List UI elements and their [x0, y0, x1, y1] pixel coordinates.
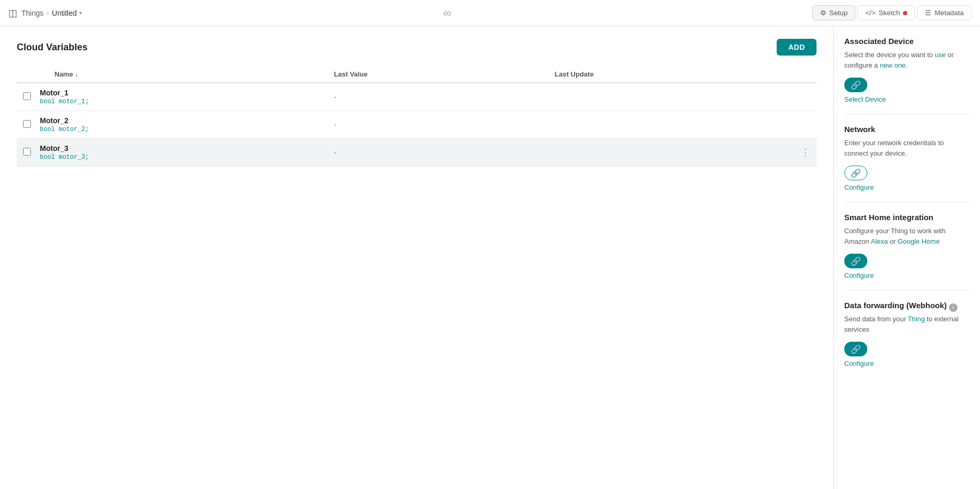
network-configure-button[interactable]: 🔗	[844, 166, 867, 180]
main-content: Cloud Variables ADD Name ↓ Last Value La…	[0, 26, 833, 489]
nav-left: ◫ Things › Untitled ▾	[8, 7, 82, 19]
sidebar-panel: Associated Device Select the device you …	[833, 26, 980, 489]
smart-home-configure-button[interactable]: 🔗	[844, 254, 867, 268]
row2-update	[549, 111, 795, 139]
add-variable-button[interactable]: ADD	[777, 39, 816, 56]
row2-var-code: bool motor_2;	[40, 126, 321, 133]
row2-actions	[794, 111, 816, 139]
row1-value: -	[328, 83, 548, 111]
associated-device-btn-group: 🔗 Select Device	[844, 78, 970, 103]
breadcrumb-current-label: Untitled	[52, 9, 77, 17]
data-forwarding-title: Data forwarding (Webhook)	[844, 301, 947, 310]
table-row: Motor_2 bool motor_2; -	[17, 111, 816, 139]
network-btn-group: 🔗 Configure	[844, 166, 970, 191]
tab-sketch-label: Sketch	[879, 9, 900, 17]
sidebar-toggle-icon[interactable]: ◫	[8, 7, 17, 19]
row1-var-name: Motor_1	[40, 89, 321, 97]
alexa-link[interactable]: Alexa	[871, 237, 888, 245]
data-forwarding-configure-label: Configure	[844, 360, 874, 367]
network-desc: Enter your network credentials to connec…	[844, 138, 970, 158]
network-title: Network	[844, 125, 970, 134]
data-forwarding-btn-group: 🔗 Configure	[844, 342, 970, 367]
tab-sketch[interactable]: </> Sketch	[857, 5, 915, 20]
col-name: Name ↓	[34, 66, 328, 83]
smart-home-section: Smart Home integration Configure your Th…	[844, 213, 970, 290]
network-configure-label: Configure	[844, 183, 874, 191]
select-device-label: Select Device	[844, 95, 886, 103]
code-icon: </>	[865, 9, 875, 17]
cloud-variables-header: Cloud Variables ADD	[17, 39, 816, 56]
select-device-link-button[interactable]: 🔗	[844, 78, 867, 92]
smart-home-title: Smart Home integration	[844, 213, 970, 222]
breadcrumb: Things › Untitled ▾	[21, 9, 82, 17]
network-section: Network Enter your network credentials t…	[844, 125, 970, 202]
associated-device-title: Associated Device	[844, 37, 970, 46]
row1-checkbox[interactable]	[23, 92, 31, 100]
table-row: Motor_1 bool motor_1; -	[17, 83, 816, 111]
breadcrumb-chevron: ›	[47, 9, 49, 17]
tab-metadata-label: Metadata	[934, 9, 964, 17]
infinity-logo: ∞	[443, 6, 451, 20]
breadcrumb-current: Untitled ▾	[52, 9, 81, 17]
google-home-link[interactable]: Google Home	[898, 237, 940, 245]
data-forwarding-title-row: Data forwarding (Webhook) i	[844, 301, 970, 314]
smart-home-desc: Configure your Thing to work with Amazon…	[844, 226, 970, 246]
row3-more-actions-icon[interactable]: ⋮	[801, 147, 810, 158]
col-checkbox	[17, 66, 34, 83]
variables-table: Name ↓ Last Value Last Update Motor_1 bo…	[17, 66, 816, 167]
cloud-variables-title: Cloud Variables	[17, 42, 88, 53]
tab-setup[interactable]: ⚙ Setup	[812, 5, 856, 20]
sketch-dot	[903, 11, 907, 15]
col-last-value: Last Value	[328, 66, 548, 83]
new-one-link[interactable]: new one	[880, 61, 906, 69]
row2-var-name: Motor_2	[40, 116, 321, 125]
row2-checkbox[interactable]	[23, 120, 31, 128]
row3-name-cell: Motor_3 bool motor_3;	[34, 139, 328, 167]
associated-device-section: Associated Device Select the device you …	[844, 37, 970, 114]
row1-name-cell: Motor_1 bool motor_1;	[34, 83, 328, 111]
table-header-row: Name ↓ Last Value Last Update	[17, 66, 816, 83]
top-navigation: ◫ Things › Untitled ▾ ∞ ⚙ Setup </> Sket…	[0, 0, 980, 26]
thing-link[interactable]: Thing	[908, 315, 925, 323]
data-forwarding-configure-button[interactable]: 🔗	[844, 342, 867, 356]
tab-metadata[interactable]: ☰ Metadata	[917, 5, 972, 20]
row3-var-name: Motor_3	[40, 144, 321, 153]
row2-value: -	[328, 111, 548, 139]
row1-actions	[794, 83, 816, 111]
data-forwarding-info-icon[interactable]: i	[949, 303, 957, 312]
tab-setup-label: Setup	[830, 9, 848, 17]
use-link[interactable]: use	[935, 51, 946, 59]
row3-update	[549, 139, 795, 167]
meta-icon: ☰	[925, 9, 931, 17]
breadcrumb-things-link[interactable]: Things	[21, 9, 43, 17]
data-forwarding-desc: Send data from your Thing to external se…	[844, 314, 970, 334]
associated-device-desc: Select the device you want to use or con…	[844, 50, 970, 70]
gear-icon: ⚙	[820, 9, 826, 17]
col-last-update: Last Update	[549, 66, 795, 83]
row3-var-code: bool motor_3;	[40, 154, 321, 161]
smart-home-configure-label: Configure	[844, 271, 874, 279]
data-forwarding-section: Data forwarding (Webhook) i Send data fr…	[844, 301, 970, 378]
nav-center: ∞	[82, 6, 812, 20]
table-row: Motor_3 bool motor_3; - ⋮	[17, 139, 816, 167]
main-layout: Cloud Variables ADD Name ↓ Last Value La…	[0, 26, 980, 489]
row1-var-code: bool motor_1;	[40, 98, 321, 105]
row1-checkbox-cell	[17, 83, 34, 111]
row3-checkbox-cell	[17, 139, 34, 167]
row1-update	[549, 83, 795, 111]
row3-value: -	[328, 139, 548, 167]
row3-checkbox[interactable]	[23, 148, 31, 156]
row2-name-cell: Motor_2 bool motor_2;	[34, 111, 328, 139]
nav-right: ⚙ Setup </> Sketch ☰ Metadata	[812, 5, 972, 20]
row3-actions[interactable]: ⋮	[794, 139, 816, 167]
smart-home-btn-group: 🔗 Configure	[844, 254, 970, 279]
row2-checkbox-cell	[17, 111, 34, 139]
